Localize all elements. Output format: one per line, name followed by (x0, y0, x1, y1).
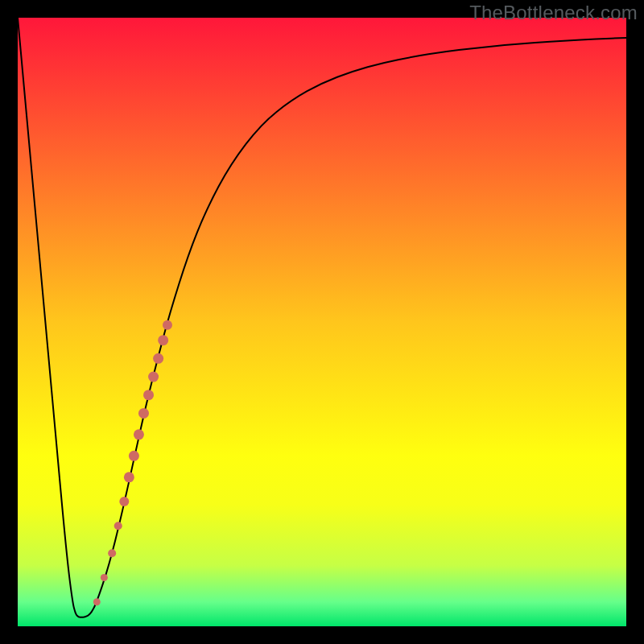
marker-dot (108, 549, 116, 557)
marker-dot (138, 408, 149, 419)
chart-svg (18, 18, 626, 626)
marker-dot (114, 522, 122, 530)
marker-dot (129, 451, 139, 461)
marker-dot (124, 472, 134, 482)
marker-dot (148, 372, 159, 382)
chart-frame: TheBottleneck.com (0, 0, 644, 644)
gradient-background (18, 18, 626, 626)
marker-dot (158, 335, 168, 345)
marker-dot (163, 320, 172, 330)
plot-area (18, 18, 626, 626)
marker-dot (101, 574, 108, 581)
marker-dot (143, 390, 154, 400)
watermark-text: TheBottleneck.com (469, 2, 638, 24)
marker-dot (119, 497, 129, 506)
marker-dot (153, 353, 163, 364)
marker-dot (134, 429, 144, 440)
marker-dot (93, 598, 101, 605)
